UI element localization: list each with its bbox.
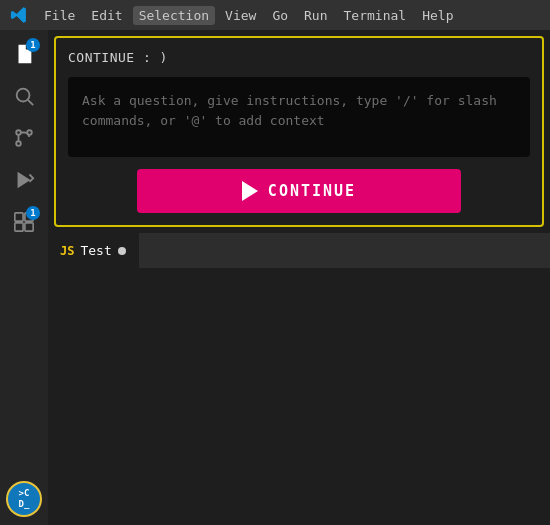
menu-view[interactable]: View: [219, 6, 262, 25]
continue-button[interactable]: CONTINUE: [137, 169, 460, 213]
play-icon: [242, 181, 258, 201]
continue-button-label: CONTINUE: [268, 182, 356, 200]
svg-rect-0: [20, 54, 27, 55]
svg-rect-11: [25, 223, 33, 231]
chat-panel-title: CONTINUE : ): [68, 50, 530, 65]
chat-panel: CONTINUE : ) Ask a question, give instru…: [54, 36, 544, 227]
tab-title: Test: [80, 243, 111, 258]
explorer-icon[interactable]: 1: [4, 34, 44, 74]
panel-area: CONTINUE : ) Ask a question, give instru…: [48, 30, 550, 525]
chat-input-area[interactable]: Ask a question, give instructions, type …: [68, 77, 530, 157]
extensions-icon[interactable]: 1: [4, 202, 44, 242]
tab-modified-dot: [118, 247, 126, 255]
svg-marker-7: [18, 172, 31, 189]
sidebar: 1: [0, 30, 48, 525]
source-control-icon[interactable]: [4, 118, 44, 158]
svg-rect-10: [15, 223, 23, 231]
menu-bar: File Edit Selection View Go Run Terminal…: [0, 0, 550, 30]
tab-bar: JS Test: [48, 233, 550, 268]
chat-placeholder: Ask a question, give instructions, type …: [82, 91, 516, 130]
editor-area[interactable]: [48, 268, 550, 525]
menu-terminal[interactable]: Terminal: [338, 6, 413, 25]
search-icon[interactable]: [4, 76, 44, 116]
run-debug-icon[interactable]: [4, 160, 44, 200]
menu-go[interactable]: Go: [266, 6, 294, 25]
extensions-badge: 1: [26, 206, 40, 220]
menu-selection[interactable]: Selection: [133, 6, 215, 25]
vscode-logo: [8, 4, 30, 26]
menu-file[interactable]: File: [38, 6, 81, 25]
svg-line-3: [28, 100, 33, 105]
main-area: 1: [0, 30, 550, 525]
sidebar-bottom: >C D_: [0, 481, 48, 525]
svg-rect-8: [15, 213, 23, 221]
explorer-badge: 1: [26, 38, 40, 52]
tab-test[interactable]: JS Test: [48, 233, 139, 268]
svg-point-4: [16, 130, 21, 135]
svg-rect-1: [20, 57, 25, 58]
avatar-icon[interactable]: >C D_: [6, 481, 42, 517]
svg-point-2: [17, 89, 30, 102]
menu-edit[interactable]: Edit: [85, 6, 128, 25]
menu-help[interactable]: Help: [416, 6, 459, 25]
tab-js-label: JS: [60, 244, 74, 258]
svg-point-5: [16, 141, 21, 146]
menu-run[interactable]: Run: [298, 6, 333, 25]
avatar-text: >C D_: [19, 488, 30, 510]
